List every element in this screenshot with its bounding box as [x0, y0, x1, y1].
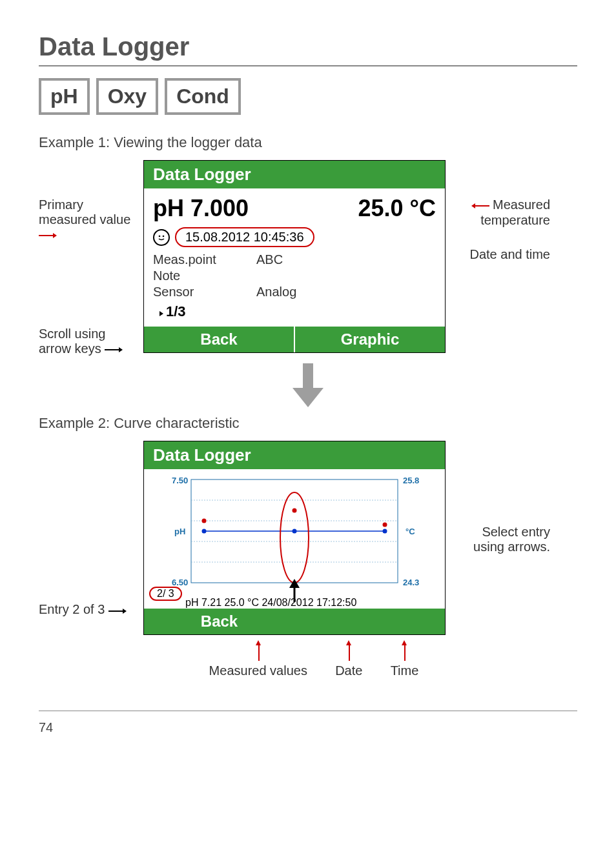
svg-marker-6 [159, 311, 163, 316]
footer-filler [294, 609, 445, 634]
callout-time: Time [391, 663, 419, 678]
ph-min-label: 6.50 [172, 578, 188, 587]
arrow-right-icon [105, 342, 123, 357]
arrow-right-icon [39, 228, 57, 243]
temp-max-label: 25.8 [403, 476, 419, 485]
ann-select-entry: Select entry using arrows. [453, 441, 550, 554]
callout-date: Date [335, 663, 362, 678]
svg-marker-12 [123, 609, 127, 614]
svg-marker-8 [471, 203, 475, 208]
temp-point [383, 529, 387, 534]
temp-min-label: 24.3 [403, 578, 419, 587]
row-note: Note [153, 268, 436, 283]
svg-rect-9 [303, 363, 313, 388]
primary-reading: pH 7.000 [153, 195, 249, 222]
temp-point [293, 529, 297, 534]
ann-scroll-arrows: Scroll using arrow keys [39, 327, 136, 357]
divider [39, 65, 577, 66]
tab-oxy[interactable]: Oxy [96, 78, 158, 115]
row-sensor: SensorAnalog [153, 285, 436, 299]
datetime-highlight: 15.08.2012 10:45:36 [175, 227, 314, 247]
svg-point-5 [163, 235, 165, 237]
entry-counter-oval: 2/ 3 [149, 587, 182, 601]
tab-bar: pH Oxy Cond [39, 78, 577, 115]
flow-arrow-icon [289, 363, 327, 409]
ann-measured-temp: Measured temperature [453, 197, 550, 228]
ph-point [293, 509, 297, 513]
temp-axis-label: °C [406, 527, 415, 536]
temperature-reading: 25.0 °C [358, 195, 436, 222]
ph-max-label: 7.50 [172, 476, 188, 485]
ph-point [383, 523, 387, 527]
svg-point-4 [159, 235, 161, 237]
ann-entry-2of3: Entry 2 of 3 [39, 441, 136, 618]
logger-screen-1: Data Logger pH 7.000 25.0 °C 15.08.2012 … [143, 160, 446, 353]
smiley-icon [153, 229, 170, 246]
svg-marker-3 [119, 347, 123, 352]
example2-label: Example 2: Curve characteristic [39, 415, 577, 432]
arrow-right-icon [108, 603, 127, 618]
selection-ellipse [280, 492, 309, 583]
page-number: 74 [39, 720, 577, 735]
entry-counter: 1/3 [153, 303, 436, 321]
back-button[interactable]: Back [144, 326, 294, 352]
tab-ph[interactable]: pH [39, 78, 90, 115]
footer-divider [39, 711, 577, 711]
entry-info-line: pH 7.21 25.0 °C 24/08/2012 17:12:50 [185, 597, 356, 609]
ph-axis-label: pH [174, 527, 185, 536]
ann-primary-value: Primary measured value [39, 197, 136, 243]
temp-point [202, 529, 207, 534]
svg-marker-1 [53, 233, 57, 238]
svg-marker-19 [289, 579, 300, 588]
screen1-header: Data Logger [144, 161, 445, 188]
ph-point [202, 519, 207, 523]
graphic-button[interactable]: Graphic [294, 326, 445, 352]
callout-values: Measured values [209, 663, 307, 678]
tab-cond[interactable]: Cond [165, 78, 241, 115]
arrow-left-icon [471, 198, 489, 213]
screen2-header: Data Logger [144, 441, 445, 469]
arrow-right-icon [153, 304, 163, 321]
page-title: Data Logger [39, 32, 577, 61]
row-measpoint: Meas.pointABC [153, 252, 436, 267]
svg-marker-10 [293, 388, 323, 407]
example1-label: Example 1: Viewing the logger data [39, 134, 577, 151]
ann-datetime: Date and time [453, 247, 550, 262]
back-button[interactable]: Back [144, 609, 294, 634]
logger-screen-2: Data Logger 7.50 p [143, 441, 446, 635]
curve-chart: 7.50 pH 6.50 25.8 °C 24.3 [150, 473, 438, 609]
